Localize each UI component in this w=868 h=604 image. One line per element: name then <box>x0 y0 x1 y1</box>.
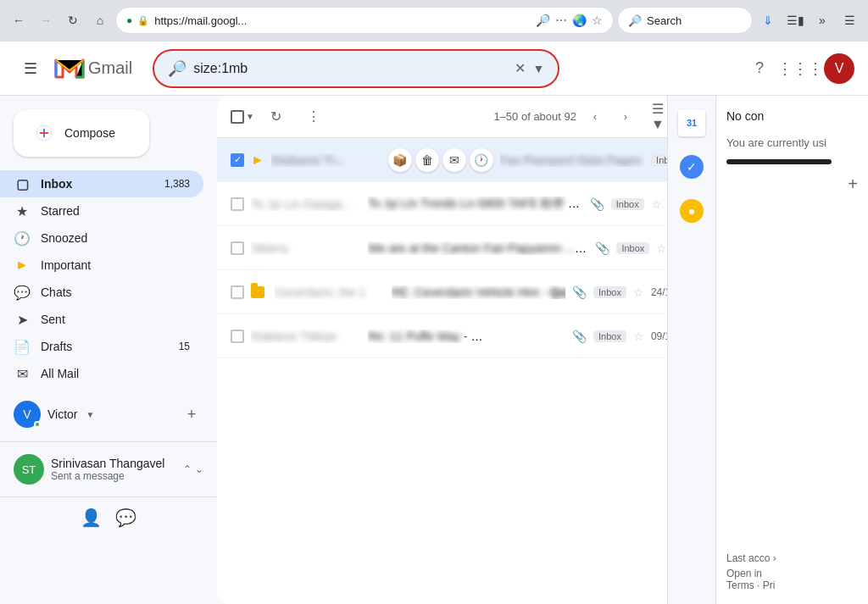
user-avatar-small[interactable]: V <box>14 401 41 428</box>
sidebar-item-important[interactable]: ► Important <box>0 252 203 279</box>
calendar-side-icon[interactable]: 31 <box>671 103 712 143</box>
email-sender: Diabansi Titikiye <box>251 330 361 343</box>
sidebar-item-chats[interactable]: 💬 Chats <box>0 279 203 306</box>
email-inbox-badge[interactable]: Inbox <box>593 330 626 342</box>
email-checkbox[interactable] <box>231 330 244 343</box>
email-action-buttons: 📦 🗑 ✉ 🕐 <box>388 148 493 172</box>
bookmarks-icon[interactable]: ☰▮ <box>783 8 807 32</box>
sidebar-item-snoozed[interactable]: 🕐 Snoozed <box>0 224 203 252</box>
user-avatar[interactable]: V <box>824 53 854 84</box>
right-panel-description: You are currently usi <box>726 136 858 149</box>
gmail-header-right: ? ⋮⋮⋮ V <box>743 52 854 86</box>
delete-button[interactable]: 🗑 <box>415 148 439 172</box>
more-options-button[interactable]: ⋮ <box>298 102 329 132</box>
help-button[interactable]: ? <box>743 52 776 86</box>
archive-button[interactable]: 📦 <box>388 148 412 172</box>
email-inbox-badge[interactable]: Inbox <box>611 198 644 210</box>
attachment-icon: 📎 <box>572 330 587 343</box>
email-subject: Fax Passport Data Pages <box>500 153 644 167</box>
sent-label: Sent <box>41 313 190 326</box>
email-sender: To Jyi Lin Dataga... <box>251 197 361 211</box>
browser-toolbar: ← → ↻ ⌂ ● 🔒 https://mail.googl... 🔎 ⋯ 🌏 … <box>0 0 868 41</box>
keep-side-icon[interactable]: ● <box>671 191 712 231</box>
mark-read-button[interactable]: ✉ <box>442 148 466 172</box>
forward-icon: ► <box>251 152 264 168</box>
select-all-checkbox[interactable] <box>231 110 244 124</box>
email-row[interactable]: Diabansi Titikiye Re: 11 Puffe Way - For… <box>217 314 715 358</box>
download-icon[interactable]: ⇓ <box>756 8 780 32</box>
search-dropdown-button[interactable]: ▼ <box>532 62 544 75</box>
email-star[interactable]: ☆ <box>633 330 644 343</box>
sidebar-item-starred[interactable]: ★ Starred <box>0 197 203 224</box>
select-dropdown-button[interactable]: ▼ <box>246 112 254 121</box>
right-panel-add-area: + <box>726 175 858 194</box>
next-page-button[interactable]: › <box>614 105 637 129</box>
contacts-icon[interactable]: 👤 <box>81 507 102 528</box>
email-row[interactable]: Siberry We are at the Canton Fair-Papyam… <box>217 226 715 270</box>
refresh-button[interactable]: ↻ <box>261 102 292 132</box>
expand-right-button[interactable]: › <box>773 552 776 564</box>
starred-label: Starred <box>41 204 190 218</box>
email-row[interactable]: ✓ ► Diabansi Ti... 📦 🗑 ✉ 🕐 Fax Passpor <box>217 138 715 182</box>
sidebar-user-section: V Victor ▼ + <box>0 394 217 435</box>
email-inbox-badge[interactable]: Inbox <box>593 286 626 298</box>
email-star[interactable]: ☆ <box>633 285 644 299</box>
user-dropdown-chevron[interactable]: ▼ <box>86 410 95 419</box>
compose-label: Compose <box>64 126 115 140</box>
chats-label: Chats <box>41 285 190 299</box>
chat-expand-icon[interactable]: ⌃ <box>183 463 192 475</box>
sidebar-item-sent[interactable]: ➤ Sent <box>0 306 203 333</box>
shield-icon: 🌏 <box>572 14 587 27</box>
gmail-search-bar[interactable]: 🔎 ✕ ▼ <box>153 49 559 88</box>
back-button[interactable]: ← <box>7 8 31 32</box>
sidebar-item-drafts[interactable]: 📄 Drafts 15 <box>0 333 203 360</box>
email-checkbox[interactable] <box>231 241 244 255</box>
add-account-button[interactable]: + <box>180 402 203 426</box>
menu-icon[interactable]: ☰ <box>837 8 861 32</box>
email-checkbox[interactable] <box>231 285 244 299</box>
compose-button[interactable]: Compose <box>14 109 149 157</box>
email-sender: Diabansi Ti... <box>271 153 381 167</box>
tasks-side-icon[interactable]: ✓ <box>671 147 712 187</box>
gmail-search-icon: 🔎 <box>168 59 186 78</box>
drafts-count: 15 <box>179 341 190 352</box>
apps-grid-button[interactable]: ⋮⋮⋮ <box>783 52 817 86</box>
sidebar-nav: ▢ Inbox 1,383 ★ Starred 🕐 Snoozed ► Impo… <box>0 170 217 387</box>
email-inbox-badge[interactable]: Inbox <box>616 242 649 254</box>
prev-page-button[interactable]: ‹ <box>583 105 607 129</box>
online-indicator <box>34 421 41 428</box>
extensions-icon[interactable]: » <box>810 8 834 32</box>
chat-collapse-icon[interactable]: ⌄ <box>195 463 203 475</box>
chat-user-name: Srinivasan Thangavel <box>51 457 176 470</box>
pagination-text: 1–50 of about 92 <box>493 110 576 123</box>
attachment-icon: 📎 <box>595 241 609 255</box>
email-row[interactable]: To Jyi Lin Dataga... To Jyi Lin Tronds L… <box>217 182 715 226</box>
forward-button[interactable]: → <box>34 8 58 32</box>
terms-text: Terms · Pri <box>726 579 858 591</box>
right-panel-bar <box>726 159 832 164</box>
gmail-search-input[interactable] <box>193 61 508 76</box>
snoozed-label: Snoozed <box>41 231 190 245</box>
search-clear-button[interactable]: ✕ <box>515 60 526 76</box>
email-content: Re: 11 Puffe Way - Forwarded message -..… <box>368 330 565 343</box>
snooze-button[interactable]: 🕐 <box>470 148 493 172</box>
sidebar-item-inbox[interactable]: ▢ Inbox 1,383 <box>0 170 203 197</box>
right-panel-add-button[interactable]: + <box>848 175 858 194</box>
meet-icon[interactable]: 💬 <box>115 507 136 528</box>
reload-button[interactable]: ↻ <box>61 8 85 32</box>
url-text: https://mail.googl... <box>154 14 531 27</box>
address-bar[interactable]: ● 🔒 https://mail.googl... 🔎 ⋯ 🌏 ☆ <box>115 7 614 34</box>
email-star[interactable]: ☆ <box>656 241 667 255</box>
sidebar-item-allmail[interactable]: ✉ All Mail <box>0 360 203 387</box>
email-star[interactable]: ☆ <box>651 197 662 211</box>
email-checkbox[interactable]: ✓ <box>231 153 244 167</box>
chat-user-item[interactable]: ST Srinivasan Thangavel Sent a message ⌃… <box>0 449 217 490</box>
hamburger-menu-button[interactable]: ☰ <box>14 52 47 86</box>
browser-search-bar[interactable]: 🔎 Search <box>617 7 753 34</box>
sidebar-footer: 👤 💬 <box>0 496 217 538</box>
email-row[interactable]: Ceverdarin, the 1 RE: Ceverdarin Vehicle… <box>217 270 715 314</box>
drafts-icon: 📄 <box>14 339 31 355</box>
email-checkbox[interactable] <box>231 197 244 211</box>
tasks-icon: ✓ <box>680 155 704 179</box>
home-button[interactable]: ⌂ <box>88 8 112 32</box>
